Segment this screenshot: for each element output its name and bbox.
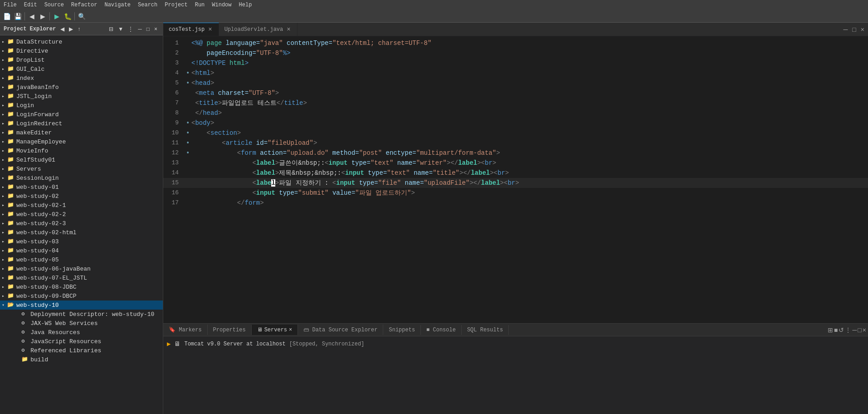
code-line-15[interactable]: 15 <label>파일 지정하기 : <input type="file" n… (163, 178, 868, 188)
bottom-tab-console[interactable]: ■ Console (421, 325, 462, 335)
menu-window[interactable]: Window (212, 2, 231, 8)
bottom-tab-datasource[interactable]: 🗃 Data Source Explorer (298, 325, 383, 335)
sidebar-item-17[interactable]: ▸📁web-study-02 (0, 192, 163, 201)
bottom-maximize-btn[interactable]: □ (858, 326, 861, 334)
sidebar-menu-btn[interactable]: ⋮ (126, 25, 135, 33)
menu-edit[interactable]: Edit (24, 2, 37, 8)
menu-run[interactable]: Run (195, 2, 205, 8)
menu-project[interactable]: Project (165, 2, 187, 8)
sidebar-forward-btn[interactable]: ▶ (67, 25, 75, 33)
tab-uploadservlet-java-close[interactable]: × (286, 26, 291, 33)
sidebar-item-23[interactable]: ▸📁web-study-04 (0, 246, 163, 255)
sidebar-item-32[interactable]: ⚙Java Resources (0, 328, 163, 337)
sidebar-item-19[interactable]: ▸📁web-study-02-2 (0, 210, 163, 219)
tab-costest-jsp[interactable]: cosTest.jsp × (163, 23, 219, 36)
code-line-3[interactable]: 3<!DOCTYPE html> (163, 58, 868, 68)
bottom-more-btn[interactable]: ⋮ (845, 326, 851, 334)
toolbar-new-btn[interactable]: 📄 (2, 11, 12, 21)
bottom-tab-markers[interactable]: 🔖 Markers (163, 325, 208, 335)
sidebar-item-16[interactable]: ▸📁web-study-01 (0, 182, 163, 192)
bottom-minimize-btn[interactable]: ─ (852, 326, 857, 334)
sidebar-item-1[interactable]: ▸📁Directive (0, 46, 163, 55)
bottom-tab-servers[interactable]: 🖥 Servers × (252, 325, 298, 335)
sidebar-item-35[interactable]: 📁build (0, 355, 163, 364)
sidebar-item-26[interactable]: ▸📁web-study-07-EL_JSTL (0, 273, 163, 282)
menu-refactor[interactable]: Refactor (71, 2, 98, 8)
tab-close-all-btn[interactable]: × (859, 25, 866, 34)
bottom-tab-snippets[interactable]: Snippets (383, 325, 421, 335)
sidebar-item-11[interactable]: ▸📁ManageEmployee (0, 137, 163, 146)
toolbar-forward-btn[interactable]: ▶ (38, 11, 48, 21)
code-line-17[interactable]: 17 </form> (163, 198, 868, 208)
sidebar-item-25[interactable]: ▸📁web-study-06-javaBean (0, 264, 163, 273)
toolbar-search-btn[interactable]: 🔍 (77, 11, 87, 21)
bottom-close-btn[interactable]: × (863, 326, 866, 334)
sidebar-item-0[interactable]: ▸📁DataStructure (0, 37, 163, 46)
tab-costest-jsp-close[interactable]: × (207, 26, 213, 33)
sidebar-item-34[interactable]: ⚙Referenced Libraries (0, 346, 163, 355)
bottom-tab-sql[interactable]: SQL Results (462, 325, 509, 335)
bottom-tab-servers-close[interactable]: × (289, 327, 292, 333)
sidebar-item-28[interactable]: ▸📁web-study-09-DBCP (0, 291, 163, 301)
code-line-14[interactable]: 14 <label>제목&nbsp;&nbsp;:<input type="te… (163, 168, 868, 178)
sidebar-item-29[interactable]: ▾📂web-study-10 (0, 301, 163, 310)
sidebar-item-4[interactable]: ▸📁index (0, 74, 163, 83)
code-line-2[interactable]: 2 pageEncoding="UTF-8"%> (163, 48, 868, 58)
sidebar-collapse-btn[interactable]: ⊟ (107, 25, 115, 33)
sidebar-item-14[interactable]: ▸📁Servers (0, 164, 163, 173)
toolbar-debug-btn[interactable]: 🐛 (63, 11, 73, 21)
sidebar-item-22[interactable]: ▸📁web-study-03 (0, 237, 163, 246)
tab-maximize-btn[interactable]: □ (850, 25, 858, 34)
sidebar-item-3[interactable]: ▸📁GUI_Calc (0, 64, 163, 74)
code-line-16[interactable]: 16 <input type="submit" value="파일 업로드하기"… (163, 188, 868, 198)
tab-minimize-btn[interactable]: ─ (841, 25, 849, 34)
code-line-12[interactable]: 12• <form action="upload.do" method="pos… (163, 148, 868, 158)
sidebar-item-2[interactable]: ▸📁DropList (0, 55, 163, 64)
code-line-11[interactable]: 11• <article id="fileUpload"> (163, 138, 868, 148)
code-line-4[interactable]: 4•<html> (163, 68, 868, 78)
menu-help[interactable]: Help (239, 2, 252, 8)
code-line-5[interactable]: 5•<head> (163, 78, 868, 88)
sidebar-item-9[interactable]: ▸📁LoginRedirect (0, 119, 163, 128)
tab-uploadservlet-java[interactable]: UploadServlet.java × (219, 23, 297, 36)
sidebar-item-5[interactable]: ▸📁javaBeanInfo (0, 83, 163, 92)
sidebar-item-24[interactable]: ▸📁web-study-05 (0, 255, 163, 264)
toolbar-run-btn[interactable]: ▶ (52, 11, 62, 21)
bottom-tab-properties[interactable]: Properties (208, 325, 252, 335)
server-item[interactable]: ▶ 🖥 Tomcat v9.0 Server at localhost [Sto… (167, 338, 864, 350)
code-line-7[interactable]: 7 <title>파일업로드 테스트</title> (163, 98, 868, 108)
toolbar-save-btn[interactable]: 💾 (13, 11, 23, 21)
bottom-restart-btn[interactable]: ↺ (839, 326, 844, 334)
code-line-8[interactable]: 8 </head> (163, 108, 868, 118)
sidebar-item-18[interactable]: ▸📁web-study-02-1 (0, 201, 163, 210)
sidebar-item-6[interactable]: ▸📁JSTL_login (0, 92, 163, 101)
code-line-9[interactable]: 9•<body> (163, 118, 868, 128)
code-line-6[interactable]: 6 <meta charset="UTF-8"> (163, 88, 868, 98)
sidebar-maximize-btn[interactable]: □ (145, 25, 151, 33)
toolbar-back-btn[interactable]: ◀ (27, 11, 37, 21)
sidebar-item-30[interactable]: ⚙Deployment Descriptor: web-study-10 (0, 310, 163, 319)
sidebar-item-20[interactable]: ▸📁web-study-02-3 (0, 219, 163, 228)
menu-file[interactable]: File (4, 2, 17, 8)
sidebar-item-13[interactable]: ▸📁SelfStudy01 (0, 155, 163, 164)
sidebar-close-btn[interactable]: × (152, 25, 159, 33)
menu-search[interactable]: Search (138, 2, 157, 8)
menu-source[interactable]: Source (44, 2, 64, 8)
code-line-10[interactable]: 10• <section> (163, 128, 868, 138)
menu-navigate[interactable]: Navigate (104, 2, 131, 8)
sidebar-item-21[interactable]: ▸📁web-study-02-html (0, 228, 163, 237)
sidebar-item-33[interactable]: ⚙JavaScript Resources (0, 337, 163, 346)
sidebar-minimize-btn[interactable]: ─ (136, 25, 144, 33)
sidebar-item-31[interactable]: ⚙JAX-WS Web Services (0, 319, 163, 328)
sidebar-up-btn[interactable]: ↑ (76, 25, 82, 33)
bottom-new-btn[interactable]: ⊞ (828, 326, 833, 334)
sidebar-item-7[interactable]: ▸📁Login (0, 101, 163, 110)
code-editor[interactable]: 1<%@ page language="java" contentType="t… (163, 36, 868, 323)
sidebar-item-8[interactable]: ▸📁LoginForward (0, 110, 163, 119)
code-line-13[interactable]: 13 <label>글쓴이&nbsp;:<input type="text" n… (163, 158, 868, 168)
bottom-stop-btn[interactable]: ■ (834, 326, 838, 334)
sidebar-back-btn[interactable]: ◀ (59, 25, 66, 33)
sidebar-item-10[interactable]: ▸📁makeEditer (0, 128, 163, 137)
sidebar-item-15[interactable]: ▸📁SessionLogin (0, 173, 163, 182)
sidebar-item-12[interactable]: ▸📁MovieInfo (0, 146, 163, 155)
